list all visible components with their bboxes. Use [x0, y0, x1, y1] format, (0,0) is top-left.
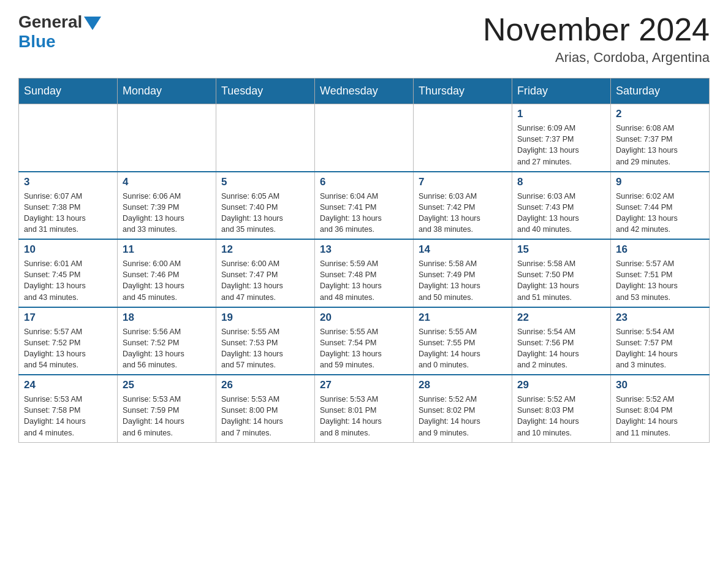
day-info: Sunrise: 6:00 AM Sunset: 7:47 PM Dayligh…: [221, 258, 309, 303]
day-info: Sunrise: 6:07 AM Sunset: 7:38 PM Dayligh…: [24, 191, 112, 236]
column-header-monday: Monday: [118, 79, 216, 104]
day-number: 11: [123, 243, 211, 256]
day-info: Sunrise: 6:06 AM Sunset: 7:39 PM Dayligh…: [123, 191, 211, 236]
column-header-saturday: Saturday: [611, 79, 710, 104]
day-info: Sunrise: 5:53 AM Sunset: 7:58 PM Dayligh…: [24, 394, 112, 439]
day-info: Sunrise: 6:03 AM Sunset: 7:42 PM Dayligh…: [419, 191, 507, 236]
calendar-cell: 11Sunrise: 6:00 AM Sunset: 7:46 PM Dayli…: [118, 239, 216, 307]
title-block: November 2024 Arias, Cordoba, Argentina: [483, 12, 710, 66]
day-info: Sunrise: 5:55 AM Sunset: 7:53 PM Dayligh…: [221, 326, 309, 371]
day-number: 14: [419, 243, 507, 256]
day-info: Sunrise: 5:57 AM Sunset: 7:51 PM Dayligh…: [616, 258, 704, 303]
day-number: 28: [419, 379, 507, 391]
calendar-cell: 30Sunrise: 5:52 AM Sunset: 8:04 PM Dayli…: [611, 375, 710, 442]
calendar-cell: 16Sunrise: 5:57 AM Sunset: 7:51 PM Dayli…: [611, 239, 710, 307]
day-number: 16: [616, 243, 704, 256]
calendar-cell: [414, 104, 512, 172]
calendar-cell: 1Sunrise: 6:09 AM Sunset: 7:37 PM Daylig…: [512, 104, 611, 172]
calendar-cell: 6Sunrise: 6:04 AM Sunset: 7:41 PM Daylig…: [315, 172, 414, 240]
day-info: Sunrise: 5:56 AM Sunset: 7:52 PM Dayligh…: [123, 326, 211, 371]
day-number: 7: [419, 176, 507, 188]
day-number: 3: [24, 176, 112, 188]
week-row-1: 1Sunrise: 6:09 AM Sunset: 7:37 PM Daylig…: [19, 104, 710, 172]
calendar-cell: 8Sunrise: 6:03 AM Sunset: 7:43 PM Daylig…: [512, 172, 611, 240]
day-number: 17: [24, 312, 112, 324]
column-header-sunday: Sunday: [19, 79, 118, 104]
day-number: 9: [616, 176, 704, 188]
day-number: 5: [221, 176, 309, 188]
calendar-cell: 15Sunrise: 5:58 AM Sunset: 7:50 PM Dayli…: [512, 239, 611, 307]
calendar-cell: [19, 104, 118, 172]
day-number: 29: [517, 379, 605, 391]
calendar-cell: 26Sunrise: 5:53 AM Sunset: 8:00 PM Dayli…: [216, 375, 315, 442]
day-info: Sunrise: 6:03 AM Sunset: 7:43 PM Dayligh…: [517, 191, 605, 236]
day-number: 10: [24, 243, 112, 256]
month-title: November 2024: [483, 12, 710, 47]
calendar-cell: 29Sunrise: 5:52 AM Sunset: 8:03 PM Dayli…: [512, 375, 611, 442]
day-number: 22: [517, 312, 605, 324]
day-number: 2: [616, 108, 704, 120]
calendar-cell: 2Sunrise: 6:08 AM Sunset: 7:37 PM Daylig…: [611, 104, 710, 172]
week-row-4: 17Sunrise: 5:57 AM Sunset: 7:52 PM Dayli…: [19, 307, 710, 375]
day-info: Sunrise: 5:52 AM Sunset: 8:04 PM Dayligh…: [616, 394, 704, 439]
calendar-cell: 5Sunrise: 6:05 AM Sunset: 7:40 PM Daylig…: [216, 172, 315, 240]
calendar-cell: 19Sunrise: 5:55 AM Sunset: 7:53 PM Dayli…: [216, 307, 315, 375]
calendar-cell: 10Sunrise: 6:01 AM Sunset: 7:45 PM Dayli…: [19, 239, 118, 307]
calendar-cell: 17Sunrise: 5:57 AM Sunset: 7:52 PM Dayli…: [19, 307, 118, 375]
calendar-cell: [315, 104, 414, 172]
day-number: 27: [320, 379, 408, 391]
calendar-cell: 28Sunrise: 5:52 AM Sunset: 8:02 PM Dayli…: [414, 375, 512, 442]
week-row-5: 24Sunrise: 5:53 AM Sunset: 7:58 PM Dayli…: [19, 375, 710, 442]
calendar-cell: 27Sunrise: 5:53 AM Sunset: 8:01 PM Dayli…: [315, 375, 414, 442]
logo: General Blue: [18, 12, 103, 52]
day-info: Sunrise: 5:52 AM Sunset: 8:02 PM Dayligh…: [419, 394, 507, 439]
day-number: 23: [616, 312, 704, 324]
day-number: 18: [123, 312, 211, 324]
day-info: Sunrise: 5:58 AM Sunset: 7:49 PM Dayligh…: [419, 258, 507, 303]
day-number: 6: [320, 176, 408, 188]
calendar-cell: 24Sunrise: 5:53 AM Sunset: 7:58 PM Dayli…: [19, 375, 118, 442]
calendar-cell: [118, 104, 216, 172]
week-row-3: 10Sunrise: 6:01 AM Sunset: 7:45 PM Dayli…: [19, 239, 710, 307]
calendar-cell: 3Sunrise: 6:07 AM Sunset: 7:38 PM Daylig…: [19, 172, 118, 240]
day-info: Sunrise: 6:09 AM Sunset: 7:37 PM Dayligh…: [517, 123, 605, 167]
day-info: Sunrise: 5:54 AM Sunset: 7:57 PM Dayligh…: [616, 326, 704, 371]
logo-triangle-icon: [84, 17, 101, 30]
day-number: 24: [24, 379, 112, 391]
column-header-friday: Friday: [512, 79, 611, 104]
location-text: Arias, Cordoba, Argentina: [483, 50, 710, 66]
day-info: Sunrise: 5:55 AM Sunset: 7:54 PM Dayligh…: [320, 326, 408, 371]
day-info: Sunrise: 6:08 AM Sunset: 7:37 PM Dayligh…: [616, 123, 704, 167]
calendar-cell: 12Sunrise: 6:00 AM Sunset: 7:47 PM Dayli…: [216, 239, 315, 307]
week-row-2: 3Sunrise: 6:07 AM Sunset: 7:38 PM Daylig…: [19, 172, 710, 240]
day-info: Sunrise: 5:53 AM Sunset: 7:59 PM Dayligh…: [123, 394, 211, 439]
page-header: General Blue November 2024 Arias, Cordob…: [18, 12, 710, 66]
day-info: Sunrise: 5:52 AM Sunset: 8:03 PM Dayligh…: [517, 394, 605, 439]
logo-blue-text: Blue: [18, 32, 56, 52]
day-info: Sunrise: 5:53 AM Sunset: 8:01 PM Dayligh…: [320, 394, 408, 439]
calendar-cell: 18Sunrise: 5:56 AM Sunset: 7:52 PM Dayli…: [118, 307, 216, 375]
calendar-cell: 14Sunrise: 5:58 AM Sunset: 7:49 PM Dayli…: [414, 239, 512, 307]
day-number: 13: [320, 243, 408, 256]
day-number: 1: [517, 108, 605, 120]
day-info: Sunrise: 6:00 AM Sunset: 7:46 PM Dayligh…: [123, 258, 211, 303]
calendar-cell: 13Sunrise: 5:59 AM Sunset: 7:48 PM Dayli…: [315, 239, 414, 307]
calendar-header-row: SundayMondayTuesdayWednesdayThursdayFrid…: [19, 79, 710, 104]
calendar-cell: 20Sunrise: 5:55 AM Sunset: 7:54 PM Dayli…: [315, 307, 414, 375]
day-info: Sunrise: 6:05 AM Sunset: 7:40 PM Dayligh…: [221, 191, 309, 236]
calendar-cell: 25Sunrise: 5:53 AM Sunset: 7:59 PM Dayli…: [118, 375, 216, 442]
day-info: Sunrise: 5:55 AM Sunset: 7:55 PM Dayligh…: [419, 326, 507, 371]
column-header-thursday: Thursday: [414, 79, 512, 104]
day-number: 25: [123, 379, 211, 391]
day-info: Sunrise: 5:54 AM Sunset: 7:56 PM Dayligh…: [517, 326, 605, 371]
day-info: Sunrise: 6:01 AM Sunset: 7:45 PM Dayligh…: [24, 258, 112, 303]
calendar-cell: 7Sunrise: 6:03 AM Sunset: 7:42 PM Daylig…: [414, 172, 512, 240]
day-number: 12: [221, 243, 309, 256]
column-header-tuesday: Tuesday: [216, 79, 315, 104]
day-number: 26: [221, 379, 309, 391]
day-info: Sunrise: 6:02 AM Sunset: 7:44 PM Dayligh…: [616, 191, 704, 236]
day-number: 19: [221, 312, 309, 324]
column-header-wednesday: Wednesday: [315, 79, 414, 104]
calendar-cell: 21Sunrise: 5:55 AM Sunset: 7:55 PM Dayli…: [414, 307, 512, 375]
day-number: 8: [517, 176, 605, 188]
